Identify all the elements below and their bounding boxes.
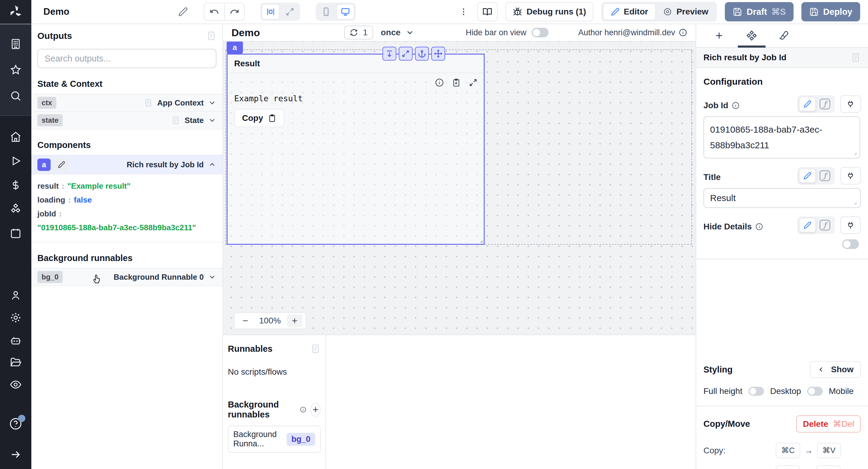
schedule-dropdown[interactable]: once xyxy=(381,28,414,37)
output-prop-loading[interactable]: loading:false xyxy=(37,193,216,207)
ctx-row[interactable]: ctx App Context xyxy=(31,94,222,112)
desktop-toggle[interactable] xyxy=(807,387,823,396)
javascript-mode-button[interactable]: ƒ xyxy=(816,168,833,183)
tab-insert-component[interactable] xyxy=(703,24,735,47)
undo-redo-group xyxy=(204,3,245,21)
output-prop-jobid[interactable]: jobId: xyxy=(37,207,216,221)
rename-app-button[interactable] xyxy=(178,7,188,17)
bg-runnable-row[interactable]: bg_0 Background Runnable 0 xyxy=(31,268,222,286)
rail-item-search[interactable] xyxy=(10,90,22,102)
job-id-connect-button[interactable] xyxy=(840,95,861,113)
outputs-doc-icon[interactable] xyxy=(206,31,216,41)
copy-result-button[interactable]: Copy xyxy=(234,109,284,127)
info-icon[interactable] xyxy=(300,405,306,414)
deploy-button[interactable]: Deploy xyxy=(801,2,860,22)
javascript-mode-button[interactable]: ƒ xyxy=(816,97,833,111)
info-icon[interactable] xyxy=(755,223,763,230)
zoom-out-button[interactable]: − xyxy=(238,314,253,327)
mobile-view-button[interactable] xyxy=(317,4,335,20)
desktop-view-button[interactable] xyxy=(336,4,354,20)
centered-layout-button[interactable] xyxy=(261,4,280,20)
expand-down-button[interactable] xyxy=(382,47,396,61)
redo-button[interactable] xyxy=(224,3,244,20)
hide-details-connect-button[interactable] xyxy=(840,216,861,234)
component-a-row[interactable]: a Rich result by Job Id xyxy=(31,155,222,174)
windmill-logo[interactable] xyxy=(0,0,31,24)
static-mode-button[interactable] xyxy=(799,168,816,183)
rail-item-runs[interactable] xyxy=(10,155,22,167)
tab-component-settings[interactable] xyxy=(735,24,768,47)
fullsize-button[interactable] xyxy=(399,47,412,61)
bg-runnable-item[interactable]: Background Runna... bg_0 xyxy=(228,426,321,453)
edit-component-id-button[interactable] xyxy=(55,158,68,171)
add-background-runnable-button[interactable] xyxy=(310,403,321,416)
maximize-icon[interactable] xyxy=(469,78,478,87)
title-input[interactable]: Result xyxy=(704,188,861,208)
tab-global-styling[interactable] xyxy=(768,24,801,47)
hide-details-field: Hide Details ƒ xyxy=(704,216,861,249)
resize-handle[interactable] xyxy=(478,238,483,243)
rail-item-schedules[interactable] xyxy=(10,227,22,239)
title-connect-button[interactable] xyxy=(840,167,861,184)
draft-button[interactable]: Draft ⌘S xyxy=(725,2,794,22)
rail-item-help[interactable] xyxy=(9,417,22,430)
styling-section-header: Styling Show xyxy=(704,361,861,378)
rail-item-folders[interactable] xyxy=(10,356,22,368)
preview-tab[interactable]: Preview xyxy=(656,3,715,20)
hide-details-toggle[interactable] xyxy=(842,239,859,249)
delete-component-button[interactable]: Delete ⌘Del xyxy=(796,415,861,433)
hide-bar-toggle[interactable] xyxy=(532,28,549,37)
settings-tabs xyxy=(696,24,868,48)
debug-runs-button[interactable]: Debug runs (1) xyxy=(505,2,593,22)
docs-button[interactable] xyxy=(477,2,498,22)
state-row[interactable]: state State xyxy=(31,112,222,129)
runnables-doc-icon[interactable] xyxy=(310,344,321,354)
rail-item-settings[interactable] xyxy=(10,312,22,324)
app-canvas[interactable]: a Result Example result Cop xyxy=(223,41,695,335)
settings-doc-icon[interactable] xyxy=(850,53,861,63)
collapse-rail-button[interactable] xyxy=(10,448,22,461)
undo-button[interactable] xyxy=(204,3,224,20)
zoom-in-button[interactable]: + xyxy=(287,314,303,327)
full-width-layout-button[interactable] xyxy=(281,4,299,20)
hide-details-label: Hide Details xyxy=(704,222,752,231)
zoom-controls: − 100% + xyxy=(234,312,306,329)
resize-grip-icon[interactable] xyxy=(852,199,857,205)
job-id-input[interactable]: 01910865-188a-bab7-a3ec-588b9ba3c211 xyxy=(704,116,860,159)
info-icon[interactable] xyxy=(435,78,444,87)
static-mode-button[interactable] xyxy=(799,97,816,111)
output-prop-result[interactable]: result:"Example result" xyxy=(37,179,216,193)
search-outputs-input[interactable] xyxy=(37,49,216,68)
clipboard-icon[interactable] xyxy=(452,78,461,87)
refresh-count-button[interactable]: 1 xyxy=(344,26,373,39)
show-styling-button[interactable]: Show xyxy=(810,361,861,378)
rail-item-resources[interactable] xyxy=(10,203,22,215)
editor-tab[interactable]: Editor xyxy=(603,3,656,20)
key-cmd-c: ⌘C xyxy=(776,443,800,458)
chevron-down-icon[interactable] xyxy=(208,99,216,107)
static-mode-button[interactable] xyxy=(799,218,816,232)
rail-item-workers[interactable] xyxy=(10,334,22,346)
rail-item-audit-logs[interactable] xyxy=(10,379,22,390)
more-menu-button[interactable] xyxy=(458,7,469,16)
component-output-viewer: result:"Example result" loading:false jo… xyxy=(31,174,222,242)
cursor-hand-icon xyxy=(92,273,102,284)
info-icon[interactable] xyxy=(679,28,687,37)
anchor-button[interactable] xyxy=(415,47,429,61)
javascript-mode-button[interactable]: ƒ xyxy=(816,218,833,232)
chevron-down-icon[interactable] xyxy=(208,273,216,281)
hide-details-input-mode-group: ƒ xyxy=(798,216,835,234)
rail-item-favorites[interactable] xyxy=(10,64,22,76)
rail-item-workspace[interactable] xyxy=(10,38,22,50)
arrow-right-glyph: → xyxy=(804,446,813,456)
move-button[interactable] xyxy=(431,47,445,61)
rail-item-variables[interactable] xyxy=(10,179,22,191)
resize-grip-icon[interactable] xyxy=(852,150,857,156)
chevron-up-icon[interactable] xyxy=(208,160,216,169)
rail-item-users[interactable] xyxy=(10,289,22,302)
chevron-down-icon[interactable] xyxy=(208,116,216,124)
full-height-toggle[interactable] xyxy=(748,387,764,396)
info-icon[interactable] xyxy=(732,101,740,110)
canvas-component-a[interactable]: a Result Example result Cop xyxy=(227,54,485,245)
rail-item-home[interactable] xyxy=(10,131,22,143)
